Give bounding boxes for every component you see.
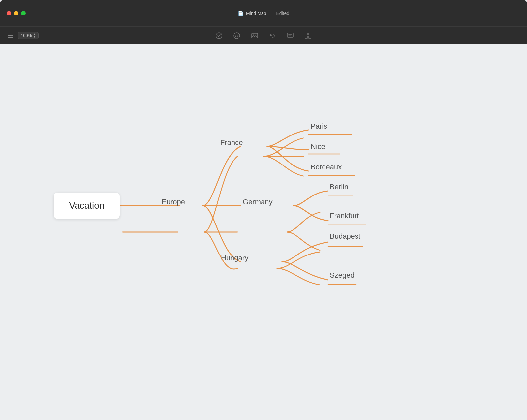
- budapest-node[interactable]: Budapest: [330, 232, 360, 241]
- svg-rect-7: [252, 33, 258, 38]
- close-button[interactable]: [7, 11, 11, 15]
- emoji-icon[interactable]: [232, 31, 242, 41]
- undo-icon[interactable]: [267, 31, 277, 41]
- list-view-icon[interactable]: [5, 31, 15, 41]
- svg-rect-2: [8, 37, 13, 38]
- zoom-control[interactable]: 100% ▲ ▼: [18, 32, 39, 39]
- bordeaux-node[interactable]: Bordeaux: [311, 163, 342, 171]
- collapse-icon[interactable]: [303, 31, 313, 41]
- toolbar-left: 100% ▲ ▼: [5, 31, 39, 41]
- title-separator: —: [269, 11, 273, 16]
- svg-point-8: [253, 34, 254, 35]
- hungary-node[interactable]: Hungary: [221, 254, 248, 262]
- svg-rect-0: [8, 34, 13, 34]
- root-node[interactable]: Vacation: [54, 193, 120, 219]
- zoom-arrows: ▲ ▼: [33, 33, 36, 38]
- szeged-node[interactable]: Szeged: [330, 271, 355, 280]
- zoom-level: 100%: [21, 33, 32, 38]
- germany-node[interactable]: Germany: [243, 198, 272, 206]
- window-title: 📄 Mind Map — Edited: [238, 11, 289, 16]
- traffic-lights: [7, 11, 26, 15]
- france-node[interactable]: France: [220, 138, 243, 147]
- europe-node[interactable]: Europe: [162, 198, 185, 206]
- svg-point-5: [235, 35, 236, 35]
- canvas: .branch { fill: none; stroke: #e8944a; s…: [0, 44, 527, 420]
- edit-status: Edited: [276, 11, 289, 16]
- paris-node[interactable]: Paris: [311, 122, 327, 131]
- root-label: Vacation: [69, 200, 105, 211]
- svg-point-4: [234, 33, 240, 39]
- svg-point-6: [237, 35, 238, 35]
- image-icon[interactable]: [250, 31, 260, 41]
- svg-rect-9: [287, 33, 293, 37]
- toolbar: 100% ▲ ▼: [0, 26, 527, 44]
- mindmap-connections: [0, 44, 527, 420]
- svg-rect-1: [8, 35, 13, 36]
- nice-node[interactable]: Nice: [311, 142, 325, 151]
- document-icon: 📄: [238, 11, 243, 16]
- berlin-node[interactable]: Berlin: [330, 183, 348, 191]
- app-name: Mind Map: [246, 11, 266, 16]
- frankfurt-node[interactable]: Frankfurt: [330, 212, 359, 220]
- minimize-button[interactable]: [14, 11, 18, 15]
- svg-point-3: [216, 33, 222, 39]
- titlebar: 📄 Mind Map — Edited: [0, 0, 527, 26]
- comment-icon[interactable]: [285, 31, 295, 41]
- toolbar-center: [214, 31, 313, 41]
- checkmark-icon[interactable]: [214, 31, 224, 41]
- maximize-button[interactable]: [21, 11, 26, 15]
